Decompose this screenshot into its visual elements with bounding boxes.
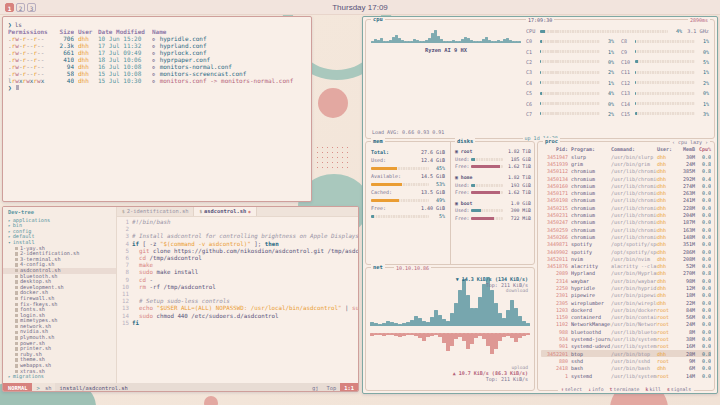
proc-column-header[interactable]: Command:	[611, 146, 657, 152]
proc-cell: /usr/lib/systemd/systemd-udevd	[611, 343, 657, 349]
workspace-chip-2[interactable]: 2	[16, 3, 25, 12]
usage-meter	[540, 71, 600, 74]
workspace-chip-3[interactable]: 3	[27, 3, 36, 12]
proc-column-header[interactable]: Pid:	[541, 146, 571, 152]
process-row[interactable]: 2418bash/usr/bin/bashdhh6M0.0	[541, 365, 711, 372]
process-row[interactable]: 988bluetoothd/usr/lib/bluetoothdroot8M0.…	[541, 328, 711, 335]
process-row[interactable]: 1150containerd/usr/bin/containerdroot56M…	[541, 314, 711, 321]
cpu-core-row: C141%	[621, 98, 709, 108]
proc-cell: 0.0	[695, 234, 711, 240]
mem-panel-label[interactable]: mem	[371, 138, 385, 145]
terminal-window[interactable]: ❯ ls PermissionsSizeUserDate ModifiedNam…	[2, 16, 312, 202]
file-icon	[15, 353, 18, 357]
ls-permissions: .rw-r--r--	[8, 49, 50, 56]
disk-stat-row: Free:1.62 TiB	[455, 163, 531, 171]
tree-dir-item[interactable]: ▸migrations	[3, 374, 116, 380]
code-token: cd	[139, 255, 146, 261]
cpu-core-row: C60%	[526, 98, 614, 108]
process-row[interactable]: 2314waybar/usr/bin/waybardhh98M0.0	[541, 277, 711, 284]
process-row[interactable]: 3452201btop/usr/bin/btopdhh28M0.8	[541, 350, 711, 357]
process-row[interactable]: 2089Hyprland/usr/bin/Hyprlanddhh270M0.8	[541, 270, 711, 277]
proc-footer-action[interactable]: tterminate	[610, 386, 640, 394]
process-row[interactable]: 3450215chromium/usr/lib/chromiumdhh228M0…	[541, 204, 711, 211]
process-row[interactable]: 3450259chromium/usr/lib/chromiumdhh163M0…	[541, 226, 711, 233]
proc-column-header[interactable]: Program:	[571, 146, 611, 152]
proc-cell: 228M	[677, 205, 695, 211]
code-token: git	[139, 248, 149, 254]
proc-column-header[interactable]: MemB	[677, 146, 695, 152]
prompt-line[interactable]: ❯	[8, 84, 306, 91]
proc-cell: dhh	[657, 234, 677, 240]
code-area[interactable]: 1#!/bin/bash23# Install asdcontrol for c…	[117, 217, 358, 383]
file-path: install/asdcontrol.sh	[55, 383, 131, 392]
process-row[interactable]: 934systemd-journal/usr/lib/systemd/syste…	[541, 335, 711, 342]
ls-user: dhh	[78, 42, 94, 49]
process-row[interactable]: 3450160chromium/usr/lib/chromiumdhh274M0…	[541, 182, 711, 189]
process-row[interactable]: 3451939grim/usr/bin/grimdhh24M0.8	[541, 160, 711, 167]
proc-column-header[interactable]: Cpu%	[695, 146, 711, 152]
proc-footer-action[interactable]: ssignals	[667, 386, 691, 394]
file-icon	[15, 303, 18, 307]
proc-column-header[interactable]: User:	[657, 146, 677, 152]
code-token: # Install asdcontrol for controlling bri…	[132, 233, 358, 239]
usage-meter	[371, 167, 429, 170]
proc-cell: 8M	[677, 329, 695, 335]
process-row[interactable]: 2305wireplumber/usr/bin/wireplumberdhh22…	[541, 299, 711, 306]
editor-tab[interactable]: $2-identification.sh	[117, 207, 194, 216]
proc-cell: dhh	[657, 183, 677, 189]
usage-meter	[471, 217, 503, 220]
desktop: 123 Thursday 17:09 ❯ ls PermissionsSizeU…	[0, 0, 720, 405]
proc-cell: dhh	[657, 161, 677, 167]
process-row[interactable]: 3450134chromium/usr/lib/chromiumdhh292M0…	[541, 175, 711, 182]
proc-cell: 30M	[677, 154, 695, 160]
cpu-core-row: C41%	[526, 78, 614, 88]
proc-cell: /usr/bin/waybar	[611, 278, 657, 284]
editor-window[interactable]: Dev-tree ▸applications▸bin▸config▸defaul…	[2, 206, 359, 392]
process-row[interactable]: 3450266chromium/usr/lib/chromiumdhh148M0…	[541, 233, 711, 240]
proc-panel-label[interactable]: proc	[543, 138, 560, 145]
proc-cell: 3450231	[541, 212, 571, 218]
process-row[interactable]: 3450247chromium/usr/lib/chromiumdhh187M0…	[541, 219, 711, 226]
proc-cell: chromium	[571, 212, 611, 218]
proc-cell: dhh	[657, 256, 677, 262]
process-row[interactable]: 3450231chromium/usr/lib/chromiumdhh204M0…	[541, 211, 711, 218]
code-token	[132, 277, 139, 283]
process-row[interactable]: 3450171chromium/usr/lib/chromiumdhh263M0…	[541, 189, 711, 196]
file-icon	[15, 269, 18, 273]
process-row[interactable]: 3450198chromium/usr/lib/chromiumdhh241M0…	[541, 197, 711, 204]
process-row[interactable]: 3451947slurp/usr/bin/slurpdhh30M0.0	[541, 153, 711, 160]
usage-meter	[540, 81, 600, 84]
proc-footer-action[interactable]: ↑select	[561, 386, 582, 394]
process-row[interactable]: 2250hypridle/usr/bin/hypridledhh12M0.0	[541, 284, 711, 291]
process-row[interactable]: 3449871spotify/opt/spotify/spotifydhh351…	[541, 241, 711, 248]
proc-footer-action[interactable]: kkill	[646, 386, 661, 394]
process-row[interactable]: 2301pipewire/usr/bin/pipewiredhh18M0.0	[541, 292, 711, 299]
mem-stat-meter-row: 5%	[371, 212, 445, 220]
process-row[interactable]: 1203dockerd/usr/bin/dockerdroot84M0.0	[541, 306, 711, 313]
disk-name: ▣ home	[455, 175, 472, 180]
top-bar: 123 Thursday 17:09	[0, 0, 720, 15]
proc-cell: 0.8	[695, 351, 711, 357]
process-row[interactable]: 1systemd/usr/lib/systemd/systemdroot14M0…	[541, 372, 711, 379]
cpu-panel-label[interactable]: cpu	[371, 16, 385, 23]
process-row[interactable]: 901systemd-udevd/usr/lib/systemd/systemd…	[541, 343, 711, 350]
system-monitor-window[interactable]: cpu 17:09:30 2890ms Ryzen AI 9 HX CPU 4%…	[362, 16, 718, 394]
process-row[interactable]: 1102NetworkManager/usr/bin/NetworkManage…	[541, 321, 711, 328]
ls-date: 15 Jul 10:08	[98, 70, 148, 77]
update-interval[interactable]: 2890ms	[688, 17, 710, 24]
proc-cell: root	[657, 343, 677, 349]
tab-label: asdcontrol.sh	[204, 207, 246, 216]
process-row[interactable]: 3449902spotify/opt/spotify/spotifydhh286…	[541, 248, 711, 255]
editor-tab[interactable]: $asdcontrol.sh●	[194, 207, 256, 216]
code-token: then	[265, 241, 279, 247]
process-row[interactable]: 3451876alacrittyalacritty --class devdhh…	[541, 262, 711, 269]
workspace-chip-1[interactable]: 1	[5, 3, 14, 12]
proc-footer-action[interactable]: ↓info	[588, 386, 603, 394]
usage-meter	[540, 40, 600, 43]
tree-item-label: migrations	[13, 374, 44, 380]
disk-stat-row: Used:185 GiB	[455, 156, 531, 164]
net-panel-label[interactable]: net	[371, 264, 385, 271]
process-row[interactable]: 3450112chromium/usr/lib/chromiumdhh385M0…	[541, 168, 711, 175]
process-row[interactable]: 3452011nvim/usr/bin/nvimdhh208M0.0	[541, 255, 711, 262]
process-row[interactable]: 880sshd/usr/bin/sshdroot9M0.0	[541, 357, 711, 364]
